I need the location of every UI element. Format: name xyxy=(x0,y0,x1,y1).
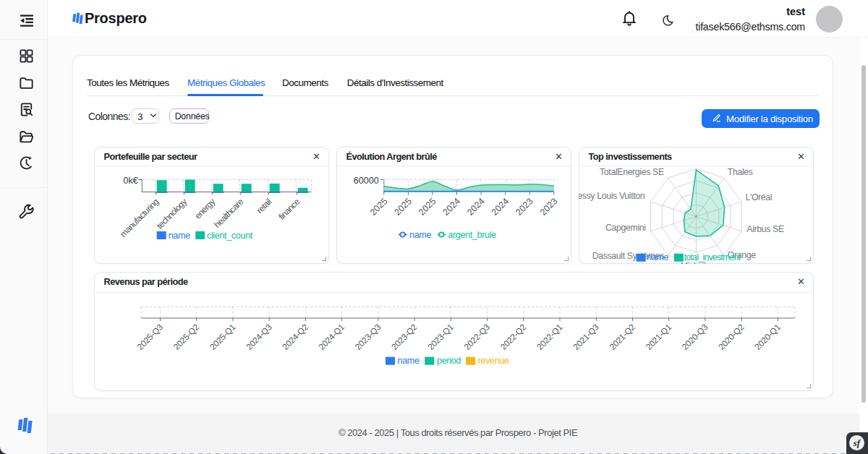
svg-text:name: name xyxy=(647,252,668,262)
svg-text:2021-Q1: 2021-Q1 xyxy=(644,322,673,352)
svg-text:2020-Q2: 2020-Q2 xyxy=(716,322,746,352)
svg-text:2024: 2024 xyxy=(441,196,463,218)
svg-text:2022-Q2: 2022-Q2 xyxy=(498,322,528,352)
svg-text:Capgemini: Capgemini xyxy=(605,223,646,233)
svg-text:2025: 2025 xyxy=(368,196,390,218)
svg-text:2023-Q3: 2023-Q3 xyxy=(353,322,383,352)
svg-text:total_investment: total_investment xyxy=(684,252,741,262)
svg-text:2020-Q3: 2020-Q3 xyxy=(680,322,710,352)
svg-text:client_count: client_count xyxy=(207,231,253,241)
svg-text:2024: 2024 xyxy=(490,196,511,218)
svg-text:2022-Q1: 2022-Q1 xyxy=(535,322,564,352)
svg-text:revenue: revenue xyxy=(478,356,509,366)
svg-text:energy: energy xyxy=(192,197,217,221)
svg-text:name: name xyxy=(169,231,190,241)
svg-text:2023-Q2: 2023-Q2 xyxy=(389,322,419,352)
svg-text:2025: 2025 xyxy=(392,196,414,218)
svg-text:2025: 2025 xyxy=(417,196,438,218)
svg-text:2025-Q1: 2025-Q1 xyxy=(208,322,237,352)
svg-text:Thales: Thales xyxy=(728,167,753,177)
svg-text:technology: technology xyxy=(155,197,189,231)
svg-text:2024-Q1: 2024-Q1 xyxy=(317,322,346,352)
svg-text:2023-Q1: 2023-Q1 xyxy=(425,322,455,352)
svg-text:manufacturing: manufacturing xyxy=(118,197,161,239)
svg-text:2024-Q3: 2024-Q3 xyxy=(244,322,274,352)
svg-text:2024-Q2: 2024-Q2 xyxy=(281,322,310,352)
svg-text:LVMH Moët Hennessy Louis Vuitt: LVMH Moët Hennessy Louis Vuitton xyxy=(579,191,645,201)
svg-text:2020-Q1: 2020-Q1 xyxy=(753,322,783,352)
svg-text:retail: retail xyxy=(255,197,273,215)
svg-text:TotalEnergies SE: TotalEnergies SE xyxy=(600,167,664,177)
svg-text:2024: 2024 xyxy=(465,196,487,218)
svg-text:L'Oréal: L'Oréal xyxy=(745,192,772,202)
svg-text:healthcare: healthcare xyxy=(212,197,245,230)
svg-text:60000: 60000 xyxy=(354,176,379,186)
svg-text:argent_brule: argent_brule xyxy=(448,230,496,240)
svg-text:0k€: 0k€ xyxy=(124,176,138,186)
svg-text:2025-Q2: 2025-Q2 xyxy=(171,322,201,352)
svg-text:2023: 2023 xyxy=(514,196,535,218)
svg-text:Airbus SE: Airbus SE xyxy=(746,224,784,234)
svg-text:2025-Q3: 2025-Q3 xyxy=(135,322,166,352)
svg-text:name: name xyxy=(398,356,420,366)
svg-text:finance: finance xyxy=(276,197,302,222)
svg-text:name: name xyxy=(409,230,431,240)
svg-text:2021-Q3: 2021-Q3 xyxy=(571,322,601,352)
svg-text:2023: 2023 xyxy=(538,196,560,218)
svg-text:2022-Q3: 2022-Q3 xyxy=(462,322,493,352)
svg-text:period: period xyxy=(437,356,461,366)
svg-text:2021-Q2: 2021-Q2 xyxy=(608,322,637,352)
